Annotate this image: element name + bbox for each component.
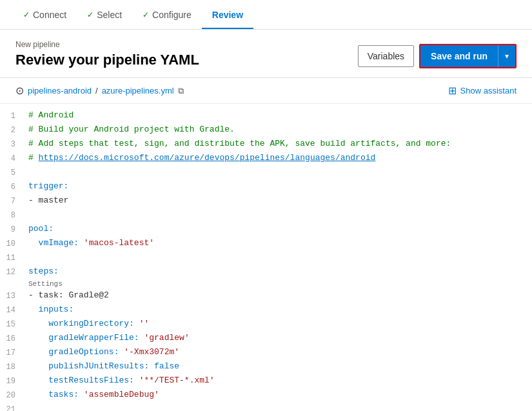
code-line: 18 publishJUnitResults: false — [0, 360, 532, 374]
header-left: New pipeline Review your pipeline YAML — [15, 40, 199, 68]
code-editor[interactable]: 1# Android2# Build your Android project … — [0, 104, 532, 411]
settings-label: Settings — [0, 279, 532, 289]
save-run-container: Save and run ▾ — [419, 44, 517, 68]
line-content: # Build your Android project with Gradle… — [26, 123, 532, 137]
code-line: 20 tasks: 'assembleDebug' — [0, 388, 532, 403]
line-content: testResultsFiles: '**/TEST-*.xml' — [26, 374, 532, 388]
line-content: gradleOptions: '-Xmx3072m' — [26, 346, 532, 359]
check-icon: ✓ — [23, 10, 30, 19]
tab-configure[interactable]: ✓ Configure — [132, 0, 202, 29]
line-content: # Add steps that test, sign, and distrib… — [26, 137, 532, 151]
code-line: 7- master — [0, 194, 532, 208]
code-line: 5 — [0, 166, 532, 180]
path-separator: / — [95, 86, 98, 95]
code-line: 1# Android — [0, 109, 532, 123]
tab-select[interactable]: ✓ Select — [77, 0, 132, 29]
code-line: 6trigger: — [0, 180, 532, 194]
line-content: inputs: — [26, 303, 532, 317]
code-line: 10 vmImage: 'macos-latest' — [0, 237, 532, 251]
code-line: 14 inputs: — [0, 303, 532, 317]
line-number: 13 — [0, 289, 26, 303]
code-line: 16 gradleWrapperFile: 'gradlew' — [0, 332, 532, 346]
line-content: pool: — [26, 223, 532, 236]
code-line: 2# Build your Android project with Gradl… — [0, 123, 532, 137]
line-number: 9 — [0, 223, 26, 236]
tab-review[interactable]: Review — [202, 0, 253, 29]
save-run-dropdown-button[interactable]: ▾ — [498, 45, 515, 67]
page-header: New pipeline Review your pipeline YAML V… — [0, 30, 532, 78]
code-line: 3# Add steps that test, sign, and distri… — [0, 137, 532, 152]
code-line: 19 testResultsFiles: '**/TEST-*.xml' — [0, 374, 532, 388]
line-content: gradleWrapperFile: 'gradlew' — [26, 332, 532, 345]
repo-link[interactable]: pipelines-android — [28, 86, 92, 95]
tab-review-label: Review — [212, 10, 243, 20]
line-number: 10 — [0, 237, 26, 250]
line-number: 7 — [0, 194, 26, 208]
line-content: # Android — [26, 109, 532, 123]
copy-icon[interactable]: ⧉ — [178, 86, 184, 96]
line-number: 19 — [0, 374, 26, 388]
show-assistant-button[interactable]: ⊞ Show assistant — [448, 85, 517, 97]
assistant-icon: ⊞ — [448, 85, 457, 97]
variables-button[interactable]: Variables — [358, 45, 414, 67]
line-content: steps: — [26, 265, 532, 279]
code-line: 15 workingDirectory: '' — [0, 317, 532, 332]
line-number: 2 — [0, 123, 26, 137]
tab-select-label: Select — [97, 10, 122, 20]
file-link[interactable]: azure-pipelines.yml — [102, 86, 174, 95]
tab-connect[interactable]: ✓ Connect — [13, 0, 77, 29]
github-icon: ⊙ — [15, 85, 24, 97]
line-content: workingDirectory: '' — [26, 317, 532, 331]
line-number: 12 — [0, 265, 26, 279]
line-number: 1 — [0, 109, 26, 123]
line-number: 4 — [0, 152, 26, 165]
line-number: 6 — [0, 180, 26, 194]
file-path-left: ⊙ pipelines-android / azure-pipelines.ym… — [15, 85, 184, 97]
line-content: tasks: 'assembleDebug' — [26, 388, 532, 402]
line-number: 16 — [0, 332, 26, 345]
check-icon: ✓ — [87, 10, 94, 19]
code-line: 12steps: — [0, 265, 532, 279]
line-content: publishJUnitResults: false — [26, 360, 532, 374]
code-line: 13- task: Gradle@2 — [0, 289, 532, 303]
file-path-bar: ⊙ pipelines-android / azure-pipelines.ym… — [0, 78, 532, 104]
check-icon: ✓ — [143, 10, 149, 19]
code-line: 17 gradleOptions: '-Xmx3072m' — [0, 346, 532, 360]
top-nav: ✓ Connect ✓ Select ✓ Configure Review — [0, 0, 532, 30]
line-content: vmImage: 'macos-latest' — [26, 237, 532, 250]
page-subtitle: New pipeline — [15, 40, 199, 49]
code-line: 11 — [0, 251, 532, 265]
line-content: trigger: — [26, 180, 532, 194]
page-title: Review your pipeline YAML — [15, 52, 199, 68]
code-line: 4# https://docs.microsoft.com/azure/devo… — [0, 152, 532, 166]
line-number: 14 — [0, 303, 26, 317]
line-content: - master — [26, 194, 532, 208]
line-number: 5 — [0, 166, 26, 179]
line-number: 11 — [0, 251, 26, 265]
line-number: 18 — [0, 360, 26, 374]
line-number: 3 — [0, 137, 26, 151]
line-number: 8 — [0, 208, 26, 222]
save-run-button[interactable]: Save and run — [420, 45, 498, 67]
line-number: 15 — [0, 317, 26, 331]
line-number: 21 — [0, 403, 26, 411]
code-line: 9pool: — [0, 223, 532, 237]
tab-connect-label: Connect — [33, 10, 66, 20]
show-assistant-label: Show assistant — [460, 86, 517, 95]
line-content: - task: Gradle@2 — [26, 289, 532, 303]
line-content: # https://docs.microsoft.com/azure/devop… — [26, 152, 532, 165]
line-number: 17 — [0, 346, 26, 359]
code-line: 21 — [0, 403, 532, 411]
line-number: 20 — [0, 388, 26, 402]
tab-configure-label: Configure — [152, 10, 192, 20]
header-actions: Variables Save and run ▾ — [358, 44, 517, 68]
code-line: 8 — [0, 208, 532, 223]
